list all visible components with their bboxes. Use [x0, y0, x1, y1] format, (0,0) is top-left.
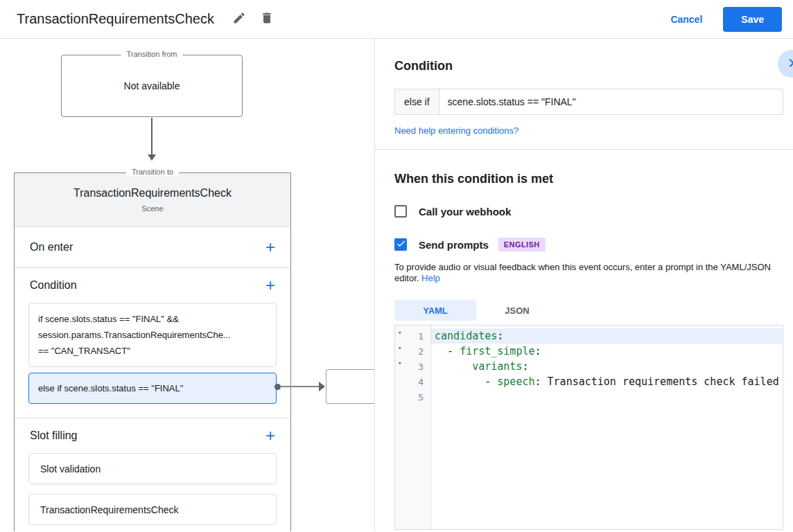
code-key: variants: [472, 360, 522, 373]
condition-expression-row: else if: [394, 89, 783, 115]
line-number: 5: [418, 392, 424, 402]
panel-divider: [375, 149, 793, 150]
slot-item-validation[interactable]: Slot validation: [28, 453, 277, 484]
add-slot-button[interactable]: +: [265, 427, 275, 444]
code-editor[interactable]: ▾ 1 ▾ 2 ▾ 3 4 5: [394, 325, 783, 530]
connector-arrow-icon: [319, 382, 325, 391]
send-prompts-label[interactable]: Send prompts: [419, 239, 489, 251]
pencil-icon: [232, 11, 246, 27]
prompts-description: To provide audio or visual feedback when…: [394, 262, 788, 284]
transition-target-node[interactable]: [326, 369, 374, 404]
code-text: :: [497, 330, 503, 342]
slot-transaction-check-text: TransactionRequirementsCheck: [40, 504, 178, 515]
on-enter-label: On enter: [30, 241, 73, 254]
send-prompts-checkbox[interactable]: [394, 238, 407, 251]
scene-node-header[interactable]: TransactionRequirementsCheck Scene: [15, 173, 290, 227]
condition-section-label: Condition: [30, 279, 77, 292]
line-number: 1: [418, 331, 424, 342]
panel-title: Condition: [394, 59, 783, 73]
code-value: Transaction requirements check failed: [548, 375, 779, 388]
call-webhook-checkbox[interactable]: [394, 205, 407, 218]
line-number: 3: [418, 362, 424, 372]
editor-code-area[interactable]: candidates: - first_simple: variants: - …: [431, 326, 783, 529]
condition-prefix-chip: else if: [394, 89, 439, 115]
slot-item-transaction-check[interactable]: TransactionRequirementsCheck: [28, 494, 277, 525]
transition-from-node: Transition from Not available: [61, 55, 243, 117]
scene-node-subtitle: Scene: [141, 204, 163, 213]
page-title: TransactionRequirementsCheck: [17, 11, 214, 27]
send-prompts-row: Send prompts ENGLISH: [394, 238, 783, 251]
cancel-button[interactable]: Cancel: [670, 14, 702, 25]
delete-scene-button[interactable]: [260, 11, 274, 27]
slot-filling-label: Slot filling: [30, 429, 77, 442]
fold-arrow-icon[interactable]: ▾: [398, 360, 401, 366]
help-link[interactable]: Help: [421, 273, 440, 283]
on-enter-section: On enter +: [15, 227, 290, 268]
editor-gutter: ▾ 1 ▾ 2 ▾ 3 4 5: [395, 326, 431, 529]
code-text: :: [522, 360, 528, 373]
gutter-row: ▾ 1: [395, 328, 430, 344]
condition-section: Condition + if scene.slots.status == "FI…: [15, 268, 290, 418]
top-bar: TransactionRequirementsCheck Cancel Save: [0, 0, 793, 39]
add-condition-button[interactable]: +: [265, 277, 275, 294]
condition-2-text: else if scene.slots.status == "FINAL": [38, 380, 183, 396]
scene-node-title: TransactionRequirementsCheck: [73, 187, 232, 200]
condition-help-link[interactable]: Need help entering conditions?: [394, 125, 518, 136]
check-icon: [396, 238, 406, 251]
condition-detail-panel: Condition else if Need help entering con…: [374, 39, 793, 531]
add-on-enter-button[interactable]: +: [265, 239, 275, 256]
code-text: :: [535, 345, 541, 357]
connector-line: [280, 386, 320, 387]
code-text: -: [435, 375, 497, 388]
main-area: Transition from Not available Transition…: [0, 39, 793, 531]
when-condition-met-title: When this condition is met: [394, 172, 783, 186]
flow-arrow-head-icon: [148, 154, 156, 161]
code-text: :: [535, 375, 548, 388]
collapse-panel-button[interactable]: [778, 50, 793, 78]
tab-json[interactable]: JSON: [476, 300, 558, 321]
transition-to-label: Transition to: [126, 168, 179, 176]
save-button[interactable]: Save: [723, 7, 782, 32]
line-number: 2: [418, 346, 424, 357]
fold-arrow-icon[interactable]: ▾: [398, 329, 401, 336]
code-line-3[interactable]: variants:: [431, 359, 783, 374]
trash-icon: [260, 11, 274, 27]
scene-node-card: Transition to TransactionRequirementsChe…: [14, 172, 291, 531]
code-text: -: [435, 345, 460, 357]
slot-validation-text: Slot validation: [40, 463, 101, 475]
condition-1-line-1: if scene.slots.status == "FINAL" &&: [38, 311, 267, 327]
condition-expression-input[interactable]: [439, 89, 783, 115]
gutter-row: ▾ 2: [395, 344, 430, 359]
call-webhook-label[interactable]: Call your webhook: [419, 206, 511, 218]
condition-1-line-2: session.params.TransactionRequirementsCh…: [38, 327, 267, 343]
code-text: [435, 360, 472, 373]
code-key: first_simple: [460, 345, 534, 357]
scene-flow-canvas: Transition from Not available Transition…: [0, 39, 374, 531]
code-line-1[interactable]: candidates:: [431, 328, 783, 344]
edit-title-button[interactable]: [232, 11, 246, 27]
condition-item-1[interactable]: if scene.slots.status == "FINAL" && sess…: [28, 303, 277, 367]
slot-filling-section: Slot filling + Slot validation Transacti…: [15, 418, 290, 525]
code-line-5[interactable]: [431, 389, 783, 405]
transition-from-label: Transition from: [121, 50, 183, 58]
editor-tabs: YAML JSON: [394, 300, 783, 321]
condition-item-2-selected[interactable]: else if scene.slots.status == "FINAL": [28, 373, 277, 404]
line-number: 4: [418, 377, 424, 387]
gutter-row: 4: [395, 374, 430, 389]
transition-from-content: Not available: [124, 80, 180, 91]
call-webhook-row: Call your webhook: [394, 205, 783, 218]
code-line-2[interactable]: - first_simple:: [431, 344, 783, 359]
language-badge: ENGLISH: [498, 238, 546, 251]
slot-filling-section-head: Slot filling +: [15, 418, 290, 453]
code-line-4[interactable]: - speech: Transaction requirements check…: [431, 374, 783, 389]
fold-arrow-icon[interactable]: ▾: [398, 344, 401, 351]
flow-arrow-line: [151, 118, 152, 155]
gutter-row: 5: [395, 389, 430, 405]
condition-1-line-3: == "CAN_TRANSACT": [38, 343, 267, 359]
prompts-description-text: To provide audio or visual feedback when…: [394, 262, 771, 283]
condition-section-head: Condition +: [15, 268, 290, 303]
tab-yaml[interactable]: YAML: [394, 300, 476, 321]
code-key: speech: [497, 375, 534, 388]
code-key: candidates: [435, 330, 497, 342]
gutter-row: ▾ 3: [395, 359, 430, 374]
